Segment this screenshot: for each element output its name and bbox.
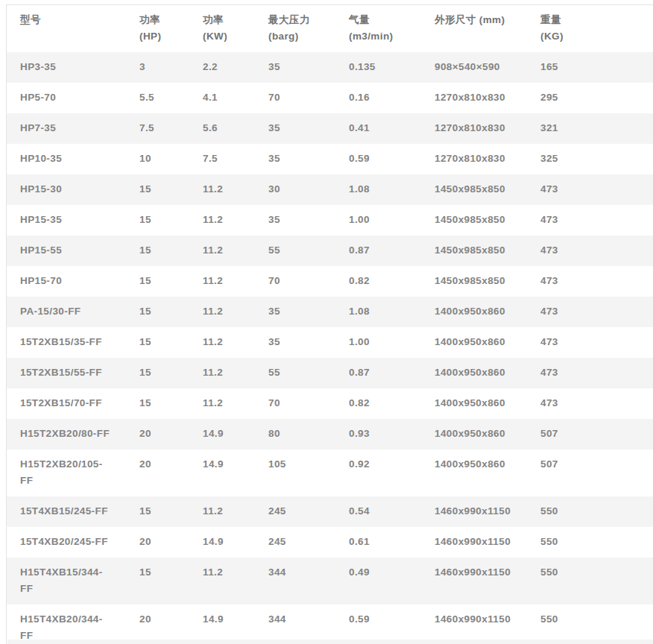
- cell-dimensions: 1270x810x830: [421, 144, 527, 174]
- cell-dimensions: 1460x990x1150: [421, 604, 527, 644]
- cell-power-hp: 15: [126, 297, 189, 327]
- table-row: 15T2XB15/35-FF1511.2351.001400x950x86047…: [7, 327, 653, 358]
- column-header-power-hp: 功率 (HP): [126, 5, 189, 52]
- cell-model: H15T4XB20/344- FF: [7, 604, 126, 644]
- cell-power-kw: 11.2: [189, 236, 255, 266]
- cell-power-kw: 11.2: [189, 358, 255, 388]
- table-header-row: 型号功率 (HP)功率 (KW)最大压力 (barg)气量 (m3/min)外形…: [7, 5, 653, 52]
- cell-weight: 473: [527, 327, 653, 358]
- cell-power-kw: 14.9: [189, 604, 255, 644]
- table-row: HP3-3532.2350.135908×540×590165: [7, 52, 653, 83]
- product-spec-table: 型号功率 (HP)功率 (KW)最大压力 (barg)气量 (m3/min)外形…: [7, 5, 653, 644]
- cell-power-hp: 20: [126, 527, 189, 558]
- cell-weight: 473: [527, 205, 653, 236]
- table-row: HP15-701511.2700.821450x985x850473: [7, 266, 653, 297]
- table-row: H15T4XB15/344- FF1511.23440.491460x990x1…: [7, 558, 653, 604]
- cell-air-flow: 0.82: [335, 388, 421, 419]
- cell-model: 15T4XB20/245-FF: [7, 527, 126, 558]
- cell-dimensions: 1460x990x1150: [421, 558, 527, 604]
- cell-power-kw: 11.2: [189, 388, 255, 419]
- cell-max-pressure: 35: [255, 113, 335, 144]
- table-row: 15T4XB20/245-FF2014.92450.611460x990x115…: [7, 527, 653, 558]
- cell-air-flow: 0.87: [335, 236, 421, 266]
- cell-model: HP10-35: [7, 144, 126, 174]
- cell-power-kw: 11.2: [189, 297, 255, 327]
- cell-model: HP3-35: [7, 52, 126, 83]
- cell-air-flow: 0.92: [335, 449, 421, 496]
- cell-dimensions: 1460x990x1150: [421, 496, 527, 527]
- cell-air-flow: 0.87: [335, 358, 421, 388]
- cell-max-pressure: 70: [255, 266, 335, 297]
- cell-model: H15T4XB15/344- FF: [7, 558, 126, 604]
- cell-power-hp: 20: [126, 449, 189, 496]
- column-header-power-kw: 功率 (KW): [189, 5, 255, 52]
- cell-max-pressure: 80: [255, 419, 335, 449]
- cell-power-kw: 11.2: [189, 266, 255, 297]
- table-row: HP15-301511.2301.081450x985x850473: [7, 174, 653, 205]
- cell-power-hp: 15: [126, 496, 189, 527]
- cell-power-kw: 14.9: [189, 527, 255, 558]
- cell-weight: 473: [527, 358, 653, 388]
- cell-dimensions: 1450x985x850: [421, 236, 527, 266]
- cell-power-kw: 11.2: [189, 205, 255, 236]
- column-header-model: 型号: [7, 5, 126, 52]
- cell-air-flow: 1.08: [335, 174, 421, 205]
- cell-weight: 295: [527, 83, 653, 113]
- cell-dimensions: 1400x950x860: [421, 358, 527, 388]
- cell-dimensions: 908×540×590: [421, 52, 527, 83]
- cell-power-hp: 20: [126, 604, 189, 644]
- cell-model: H15T2XB20/80-FF: [7, 419, 126, 449]
- table-row: 15T2XB15/55-FF1511.2550.871400x950x86047…: [7, 358, 653, 388]
- table-row: PA-15/30-FF1511.2351.081400x950x860473: [7, 297, 653, 327]
- cell-air-flow: 1.08: [335, 297, 421, 327]
- column-header-weight: 重量 (KG): [527, 5, 653, 52]
- cell-model: 15T2XB15/55-FF: [7, 358, 126, 388]
- table-header: 型号功率 (HP)功率 (KW)最大压力 (barg)气量 (m3/min)外形…: [7, 5, 653, 52]
- cell-model: HP15-55: [7, 236, 126, 266]
- cell-power-hp: 5.5: [126, 83, 189, 113]
- cell-weight: 507: [527, 449, 653, 496]
- table-row: HP7-357.55.6350.411270x810x830321: [7, 113, 653, 144]
- cell-air-flow: 0.82: [335, 266, 421, 297]
- cell-dimensions: 1400x950x860: [421, 327, 527, 358]
- cell-power-kw: 5.6: [189, 113, 255, 144]
- cell-power-hp: 15: [126, 236, 189, 266]
- table-row: H15T4XB20/344- FF2014.93440.591460x990x1…: [7, 604, 653, 644]
- cell-max-pressure: 35: [255, 297, 335, 327]
- table-row: H15T2XB20/105- FF2014.91050.921400x950x8…: [7, 449, 653, 496]
- cell-air-flow: 1.00: [335, 327, 421, 358]
- cell-air-flow: 1.00: [335, 205, 421, 236]
- cell-power-hp: 10: [126, 144, 189, 174]
- cell-air-flow: 0.54: [335, 496, 421, 527]
- cell-max-pressure: 35: [255, 327, 335, 358]
- cell-weight: 165: [527, 52, 653, 83]
- cell-model: HP15-35: [7, 205, 126, 236]
- cell-dimensions: 1400x950x860: [421, 297, 527, 327]
- cell-dimensions: 1460x990x1150: [421, 527, 527, 558]
- cell-power-kw: 11.2: [189, 496, 255, 527]
- cell-dimensions: 1270x810x830: [421, 83, 527, 113]
- column-header-dimensions: 外形尺寸 (mm): [421, 5, 527, 52]
- cell-max-pressure: 55: [255, 236, 335, 266]
- cell-power-hp: 7.5: [126, 113, 189, 144]
- cell-max-pressure: 70: [255, 83, 335, 113]
- cell-air-flow: 0.59: [335, 144, 421, 174]
- cell-model: 15T2XB15/70-FF: [7, 388, 126, 419]
- cell-air-flow: 0.61: [335, 527, 421, 558]
- cell-model: 15T4XB15/245-FF: [7, 496, 126, 527]
- cell-air-flow: 0.93: [335, 419, 421, 449]
- table-row: HP10-35107.5350.591270x810x830325: [7, 144, 653, 174]
- cell-power-kw: 7.5: [189, 144, 255, 174]
- cell-weight: 507: [527, 419, 653, 449]
- table-body: HP3-3532.2350.135908×540×590165HP5-705.5…: [7, 52, 653, 644]
- cell-dimensions: 1400x950x860: [421, 449, 527, 496]
- cell-weight: 550: [527, 558, 653, 604]
- cell-model: HP15-70: [7, 266, 126, 297]
- cell-power-kw: 14.9: [189, 419, 255, 449]
- cell-dimensions: 1400x950x860: [421, 419, 527, 449]
- cell-weight: 473: [527, 236, 653, 266]
- cell-air-flow: 0.59: [335, 604, 421, 644]
- cell-weight: 325: [527, 144, 653, 174]
- cell-dimensions: 1400x950x860: [421, 388, 527, 419]
- cell-max-pressure: 344: [255, 604, 335, 644]
